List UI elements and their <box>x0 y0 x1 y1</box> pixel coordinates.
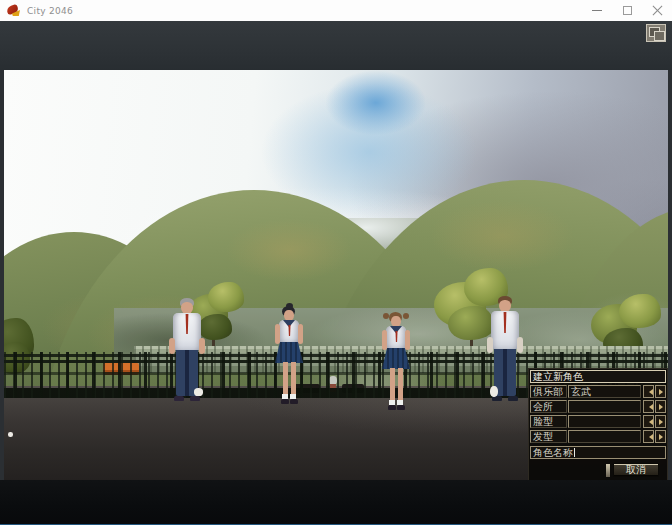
hair-value <box>568 430 641 443</box>
cancel-button[interactable]: 取消 <box>613 463 659 477</box>
left-arrow-icon <box>646 434 653 440</box>
character-glove <box>517 337 523 353</box>
character-skirt <box>382 348 410 369</box>
character-shoe <box>290 399 298 404</box>
left-arrow-icon <box>646 404 653 410</box>
character-pigtail <box>383 313 389 319</box>
character-shoe <box>397 405 405 410</box>
character-name-label: 角色名称 <box>533 448 573 458</box>
character-skirt <box>275 342 303 363</box>
bottom-bar <box>0 480 672 525</box>
window-controls <box>582 0 672 21</box>
face-arrows <box>642 415 666 428</box>
hair-row: 发型 <box>530 430 666 443</box>
right-arrow-icon <box>659 419 666 425</box>
venue-value <box>568 400 641 413</box>
venue-row: 会所 <box>530 400 666 413</box>
face-label: 脸型 <box>530 415 567 428</box>
venue-prev-button[interactable] <box>643 400 654 413</box>
game-viewport[interactable]: 建立新角色 俱乐部 玄武 会所 <box>4 70 668 480</box>
venue-next-button[interactable] <box>655 400 666 413</box>
left-arrow-icon <box>646 419 653 425</box>
hair-prev-button[interactable] <box>643 430 654 443</box>
character-leg <box>390 368 395 401</box>
character-arm <box>169 338 175 354</box>
dialog-title: 建立新角色 <box>530 370 666 383</box>
club-arrows <box>642 385 666 398</box>
character-arm <box>405 330 410 350</box>
right-arrow-icon <box>659 434 666 440</box>
maximize-icon <box>623 6 632 15</box>
character-female-pigtails[interactable] <box>378 312 414 412</box>
face-prev-button[interactable] <box>643 415 654 428</box>
minimize-button[interactable] <box>582 0 612 21</box>
close-button[interactable] <box>642 0 672 21</box>
app-logo-icon <box>7 4 21 17</box>
face-value <box>568 415 641 428</box>
right-arrow-icon <box>659 404 666 410</box>
venue-arrows <box>642 400 666 413</box>
maximize-button[interactable] <box>612 0 642 21</box>
character-arm <box>199 338 205 354</box>
character-pigtail <box>403 313 409 319</box>
character-female-dark-hair[interactable] <box>271 306 307 406</box>
character-leg <box>398 368 403 401</box>
character-leg <box>283 362 288 395</box>
face-row: 脸型 <box>530 415 666 428</box>
club-label: 俱乐部 <box>530 385 567 398</box>
foliage-blob <box>208 282 244 312</box>
button-notch <box>606 464 610 477</box>
character-arm <box>298 324 303 344</box>
title-bar[interactable]: City 2046 <box>0 0 672 21</box>
white-object <box>490 386 498 397</box>
chrome-strip <box>0 21 672 70</box>
right-arrow-icon <box>659 389 666 395</box>
character-hair-bun <box>286 303 293 309</box>
club-next-button[interactable] <box>655 385 666 398</box>
foliage-blob <box>619 294 661 328</box>
character-shoe <box>508 396 518 401</box>
character-male-grey[interactable] <box>166 298 208 402</box>
left-arrow-icon <box>646 389 653 395</box>
character-leg <box>291 362 296 395</box>
stage-frame: 建立新角色 俱乐部 玄武 会所 <box>0 70 672 480</box>
club-prev-button[interactable] <box>643 385 654 398</box>
club-value: 玄武 <box>568 385 641 398</box>
character-male-brown[interactable] <box>484 296 526 402</box>
character-shoe <box>174 396 184 401</box>
white-object <box>8 432 13 437</box>
character-shoe <box>388 405 396 410</box>
text-cursor <box>574 448 575 457</box>
window-title: City 2046 <box>27 6 73 16</box>
cascade-windows-icon[interactable] <box>646 24 666 42</box>
hair-next-button[interactable] <box>655 430 666 443</box>
character-name-input[interactable]: 角色名称 <box>530 446 666 459</box>
dialog-buttons: 取消 <box>530 463 666 477</box>
app-window: City 2046 <box>0 0 672 525</box>
white-object <box>194 388 203 396</box>
hair-label: 发型 <box>530 430 567 443</box>
character-shoe <box>190 396 200 401</box>
character-arm <box>275 324 280 344</box>
club-row: 俱乐部 玄武 <box>530 385 666 398</box>
venue-label: 会所 <box>530 400 567 413</box>
hair-arrows <box>642 430 666 443</box>
close-icon <box>652 5 663 16</box>
character-glove <box>487 337 493 353</box>
face-next-button[interactable] <box>655 415 666 428</box>
character-arm <box>382 330 387 350</box>
minimize-icon <box>592 10 602 11</box>
character-shoe <box>281 399 289 404</box>
create-character-dialog: 建立新角色 俱乐部 玄武 会所 <box>528 368 668 480</box>
